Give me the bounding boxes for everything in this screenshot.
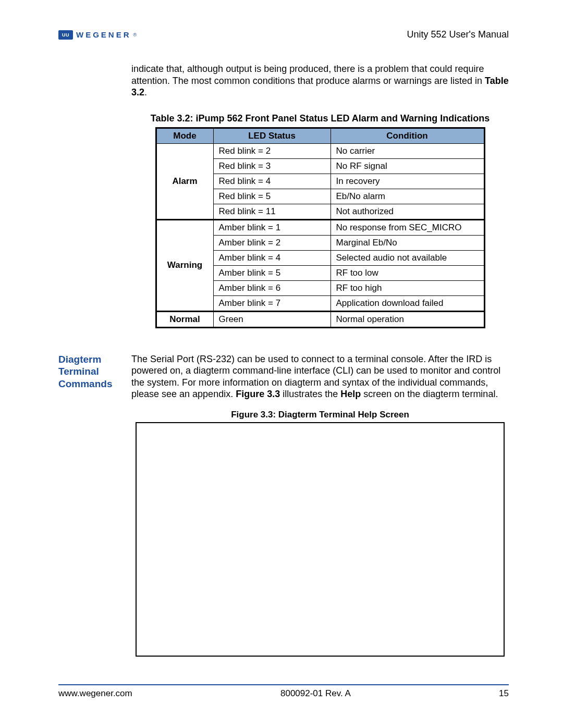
condition-cell: Marginal Eb/No bbox=[331, 235, 484, 250]
footer-url: www.wegener.com bbox=[58, 688, 132, 699]
intro-text: indicate that, although output is being … bbox=[131, 64, 485, 86]
intro-paragraph: indicate that, although output is being … bbox=[131, 63, 509, 98]
footer-page-number: 15 bbox=[499, 688, 509, 699]
condition-cell: RF too high bbox=[331, 280, 484, 295]
condition-cell: Not authorized bbox=[331, 204, 484, 219]
led-cell: Amber blink = 4 bbox=[213, 250, 331, 265]
logo-registered: ® bbox=[133, 32, 137, 38]
status-table: Mode LED Status Condition AlarmRed blink… bbox=[155, 127, 485, 328]
condition-cell: Application download failed bbox=[331, 295, 484, 311]
condition-cell: No response from SEC_MICRO bbox=[331, 219, 484, 235]
led-cell: Amber blink = 7 bbox=[213, 295, 331, 311]
led-cell: Red blink = 11 bbox=[213, 204, 331, 219]
table-caption: Table 3.2: iPump 562 Front Panel Status … bbox=[131, 113, 509, 124]
section-heading-l2: Terminal bbox=[58, 366, 99, 377]
led-cell: Red blink = 4 bbox=[213, 174, 331, 189]
logo: UU WEGENER® bbox=[58, 30, 137, 40]
logo-box-text: UU bbox=[62, 32, 69, 38]
th-mode: Mode bbox=[156, 128, 213, 143]
condition-cell: Eb/No alarm bbox=[331, 189, 484, 204]
condition-cell: RF too low bbox=[331, 265, 484, 280]
condition-cell: No carrier bbox=[331, 143, 484, 158]
logo-text: WEGENER bbox=[76, 30, 131, 39]
section-figure-ref: Figure 3.3 bbox=[236, 389, 280, 399]
section-body-mid: illustrates the bbox=[280, 389, 340, 399]
led-cell: Red blink = 3 bbox=[213, 158, 331, 174]
th-condition: Condition bbox=[331, 128, 484, 143]
section-body: The Serial Port (RS-232) can be used to … bbox=[131, 353, 509, 400]
led-cell: Amber blink = 1 bbox=[213, 219, 331, 235]
document-title: Unity 552 User's Manual bbox=[407, 29, 509, 40]
section-body-tail: screen on the diagterm terminal. bbox=[361, 389, 498, 399]
led-cell: Amber blink = 5 bbox=[213, 265, 331, 280]
mode-cell: Alarm bbox=[156, 143, 213, 219]
led-cell: Amber blink = 6 bbox=[213, 280, 331, 295]
led-cell: Red blink = 2 bbox=[213, 143, 331, 158]
mode-cell: Warning bbox=[156, 219, 213, 311]
page-footer: www.wegener.com 800092-01 Rev. A 15 bbox=[58, 684, 509, 699]
mode-cell: Normal bbox=[156, 311, 213, 327]
intro-tail: . bbox=[144, 87, 147, 97]
led-cell: Amber blink = 2 bbox=[213, 235, 331, 250]
figure-placeholder bbox=[136, 422, 505, 657]
led-cell: Green bbox=[213, 311, 331, 327]
condition-cell: No RF signal bbox=[331, 158, 484, 174]
logo-icon: UU bbox=[58, 30, 73, 40]
condition-cell: Normal operation bbox=[331, 311, 484, 327]
figure-caption: Figure 3.3: Diagterm Terminal Help Scree… bbox=[131, 410, 509, 420]
footer-rev: 800092-01 Rev. A bbox=[280, 688, 351, 699]
page-header: UU WEGENER® Unity 552 User's Manual bbox=[58, 29, 509, 40]
footer-rule bbox=[58, 684, 509, 685]
section-help-ref: Help bbox=[340, 389, 361, 399]
section-heading-l1: Diagterm bbox=[58, 354, 101, 365]
section-heading: Diagterm Terminal Commands bbox=[58, 353, 117, 390]
th-led: LED Status bbox=[213, 128, 331, 143]
led-cell: Red blink = 5 bbox=[213, 189, 331, 204]
condition-cell: Selected audio not available bbox=[331, 250, 484, 265]
section-heading-l3: Commands bbox=[58, 378, 112, 389]
condition-cell: In recovery bbox=[331, 174, 484, 189]
